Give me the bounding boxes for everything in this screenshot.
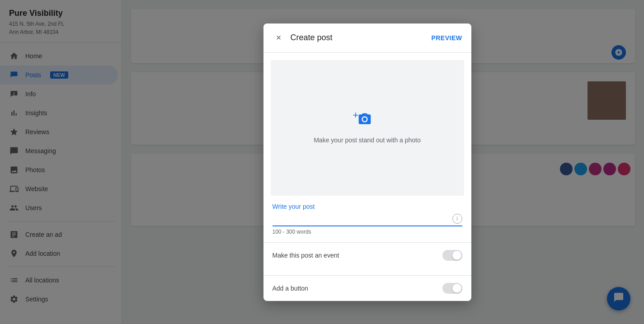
modal-body: + Make your post stand out with a photo …: [263, 60, 471, 301]
event-toggle-switch[interactable]: [442, 250, 462, 261]
info-icon[interactable]: i: [452, 214, 462, 224]
button-toggle-label: Add a button: [273, 285, 442, 292]
button-toggle-switch[interactable]: [442, 283, 462, 294]
add-photo-icon: +: [356, 112, 379, 131]
post-text-section: Write your post i 100 - 300 words: [263, 196, 471, 235]
post-text-label[interactable]: Write your post: [273, 203, 462, 210]
create-post-modal: × Create post PREVIEW + Make your post s…: [263, 23, 471, 301]
plus-icon: +: [353, 110, 359, 120]
photo-upload-area[interactable]: + Make your post stand out with a photo: [271, 60, 464, 196]
post-text-input[interactable]: [273, 215, 452, 222]
modal-close-button[interactable]: ×: [273, 32, 285, 44]
post-text-input-row: i: [273, 214, 462, 226]
photo-upload-prompt: Make your post stand out with a photo: [314, 136, 421, 144]
preview-button[interactable]: PREVIEW: [431, 34, 462, 42]
modal-header: × Create post PREVIEW: [263, 23, 471, 53]
word-count-hint: 100 - 300 words: [273, 229, 462, 235]
event-toggle-label: Make this post an event: [273, 252, 442, 259]
button-toggle-row: Add a button: [263, 275, 471, 301]
modal-title: Create post: [291, 33, 432, 42]
event-toggle-row: Make this post an event: [263, 242, 471, 268]
